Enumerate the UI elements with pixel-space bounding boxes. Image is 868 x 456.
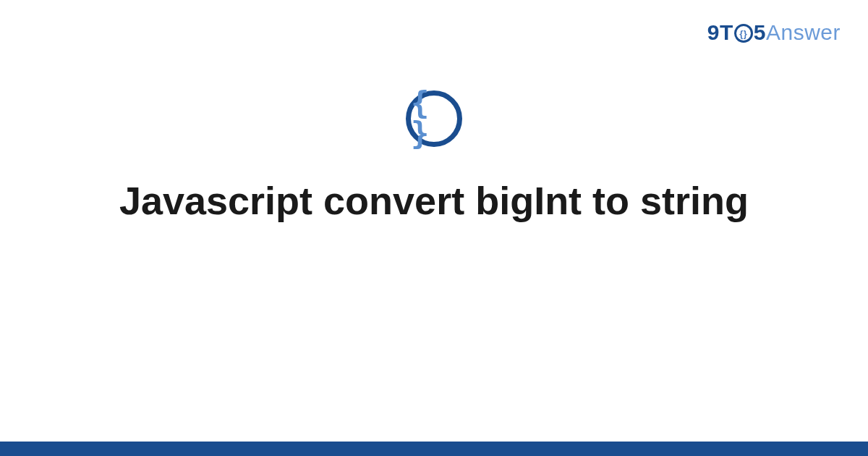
- logo-circle-icon: {}: [734, 24, 753, 43]
- logo-text-answer: Answer: [766, 20, 841, 45]
- site-logo: 9T {} 5 Answer: [707, 20, 841, 45]
- braces-glyph: { }: [411, 88, 457, 149]
- footer-accent-bar: [0, 442, 868, 456]
- logo-braces-inner: {}: [739, 29, 747, 38]
- logo-text-9t: 9T: [707, 20, 733, 45]
- main-content: { } Javascript convert bigInt to string: [0, 90, 868, 224]
- logo-text-5: 5: [754, 20, 766, 45]
- page-title: Javascript convert bigInt to string: [119, 177, 749, 224]
- code-braces-icon: { }: [406, 90, 462, 147]
